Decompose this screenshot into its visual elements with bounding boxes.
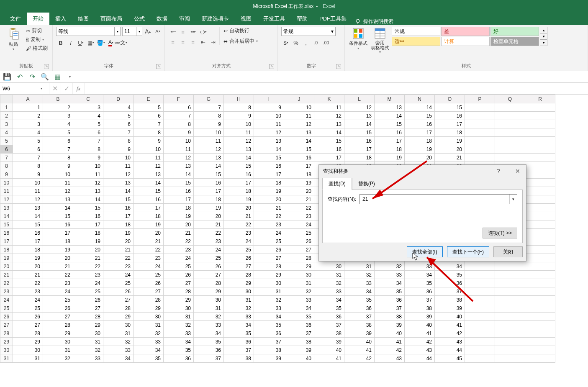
cell[interactable]: 8	[43, 154, 73, 162]
font-color-button[interactable]: A▾	[106, 38, 116, 47]
cell[interactable]: 13	[134, 170, 164, 179]
cell[interactable]: 12	[254, 128, 284, 137]
cell[interactable]	[525, 262, 555, 271]
cell[interactable]: 17	[134, 204, 164, 212]
cell[interactable]: 38	[344, 321, 375, 329]
cell[interactable]: 29	[134, 304, 164, 313]
percent-button[interactable]: %	[291, 38, 300, 47]
cell[interactable]: 31	[254, 287, 284, 296]
cell[interactable]: 35	[134, 354, 164, 363]
cell[interactable]: 28	[134, 296, 164, 304]
cell[interactable]: 34	[435, 262, 465, 271]
cell[interactable]	[465, 112, 495, 120]
number-format-select[interactable]: 常规▾	[281, 27, 336, 36]
cell[interactable]: 32	[224, 304, 254, 313]
border-button[interactable]: ▦▾	[86, 38, 95, 47]
cell[interactable]: 15	[314, 137, 344, 145]
cell[interactable]: 34	[314, 296, 344, 304]
cell[interactable]: 35	[435, 271, 465, 279]
cell[interactable]: 11	[284, 112, 314, 120]
cell[interactable]: 25	[73, 287, 103, 296]
cell[interactable]: 23	[43, 279, 73, 287]
col-header[interactable]: J	[284, 95, 314, 103]
cell[interactable]: 11	[314, 103, 344, 112]
cell[interactable]: 35	[164, 346, 194, 354]
cell[interactable]: 16	[405, 120, 435, 128]
cell[interactable]: 24	[224, 237, 254, 246]
cell[interactable]: 44	[405, 354, 435, 363]
cell[interactable]: 10	[13, 179, 43, 187]
insert-function-button[interactable]: fx	[73, 83, 85, 94]
cell[interactable]: 30	[103, 321, 134, 329]
row-header[interactable]: 22	[0, 279, 13, 287]
cell[interactable]: 22	[284, 204, 314, 212]
cell[interactable]: 32	[344, 271, 375, 279]
cell[interactable]	[495, 271, 525, 279]
tab-find[interactable]: 查找(D)	[322, 178, 352, 190]
cell[interactable]: 17	[43, 229, 73, 237]
cell[interactable]	[465, 279, 495, 287]
cell[interactable]: 15	[284, 145, 314, 154]
cell[interactable]: 36	[164, 354, 194, 363]
cell[interactable]	[525, 128, 555, 137]
cell[interactable]: 3	[43, 112, 73, 120]
cell[interactable]: 28	[73, 313, 103, 321]
cell[interactable]	[495, 112, 525, 120]
cell[interactable]: 34	[254, 313, 284, 321]
cell[interactable]: 35	[224, 329, 254, 338]
cell[interactable]: 16	[13, 229, 43, 237]
row-header[interactable]: 20	[0, 262, 13, 271]
cell[interactable]: 24	[164, 254, 194, 262]
cell[interactable]: 21	[13, 271, 43, 279]
cell[interactable]: 41	[435, 321, 465, 329]
cell[interactable]: 19	[164, 212, 194, 220]
cell[interactable]: 10	[73, 162, 103, 170]
cell[interactable]: 29	[194, 287, 224, 296]
cell[interactable]: 25	[43, 296, 73, 304]
ribbon-tab-3[interactable]: 绘图	[72, 13, 95, 25]
cell-style-2[interactable]: 好	[490, 27, 539, 36]
cell[interactable]: 30	[284, 271, 314, 279]
cell[interactable]: 44	[435, 346, 465, 354]
cell[interactable]: 41	[314, 354, 344, 363]
cell[interactable]: 7	[73, 137, 103, 145]
cell[interactable]: 15	[134, 187, 164, 195]
cell[interactable]: 30	[194, 296, 224, 304]
cell[interactable]: 18	[224, 187, 254, 195]
cell[interactable]: 21	[73, 254, 103, 262]
cell[interactable]	[495, 354, 525, 363]
align-left-button[interactable]: ≡	[168, 37, 177, 46]
cell[interactable]: 27	[284, 246, 314, 254]
cell[interactable]	[525, 254, 555, 262]
row-header[interactable]: 28	[0, 329, 13, 338]
cell[interactable]: 21	[254, 204, 284, 212]
cell[interactable]: 26	[224, 254, 254, 262]
cell[interactable]: 13	[254, 137, 284, 145]
cell[interactable]: 31	[224, 296, 254, 304]
cell[interactable]: 17	[435, 120, 465, 128]
cell[interactable]: 22	[13, 279, 43, 287]
cell[interactable]: 15	[194, 170, 224, 179]
cell[interactable]: 19	[375, 154, 405, 162]
cell[interactable]: 34	[375, 279, 405, 287]
cell[interactable]: 13	[73, 187, 103, 195]
col-header[interactable]: G	[194, 95, 224, 103]
cell[interactable]: 14	[194, 162, 224, 170]
row-header[interactable]: 15	[0, 220, 13, 229]
cell-style-5[interactable]: 检查单元格	[490, 37, 539, 46]
cell[interactable]: 33	[134, 338, 164, 346]
align-center-button[interactable]: ≡	[178, 37, 187, 46]
cell[interactable]	[525, 246, 555, 254]
cut-button[interactable]: ✂剪切	[25, 27, 49, 35]
cell[interactable]: 11	[194, 137, 224, 145]
cell[interactable]: 12	[314, 112, 344, 120]
cell[interactable]: 21	[134, 237, 164, 246]
cell[interactable]: 26	[254, 246, 284, 254]
close-button[interactable]: 关闭	[493, 246, 523, 257]
cell[interactable]: 9	[224, 112, 254, 120]
cell[interactable]: 29	[224, 279, 254, 287]
row-header[interactable]: 19	[0, 254, 13, 262]
cell[interactable]: 11	[13, 187, 43, 195]
cell[interactable]: 33	[164, 329, 194, 338]
cell[interactable]: 13	[344, 112, 375, 120]
